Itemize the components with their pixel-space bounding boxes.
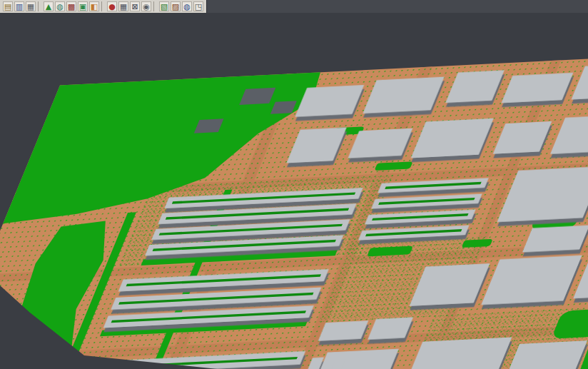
open-file-icon[interactable]: ▤ [3, 1, 13, 11]
mesh-icon[interactable]: ▩ [66, 1, 76, 11]
toolbar-separator [38, 1, 41, 11]
toolbar-separator [101, 1, 105, 11]
toolbar-separator [153, 1, 157, 11]
terrain [0, 50, 588, 369]
application-window: ▤▥▦▲◍▩▣◧●▦⊠◉▧▨◍◳ [0, 0, 588, 369]
classified-pointcloud-scene [0, 13, 588, 369]
point-cloud-icon[interactable]: ◍ [55, 1, 65, 11]
toolbar: ▤▥▦▲◍▩▣◧●▦⊠◉▧▨◍◳ [0, 0, 588, 13]
globe-icon[interactable]: ◍ [182, 1, 192, 11]
orthophoto-icon[interactable]: ◧ [89, 1, 99, 11]
texture-icon[interactable]: ▨ [171, 1, 181, 11]
3d-viewport[interactable] [0, 13, 588, 369]
classification-icon[interactable]: ▣ [78, 1, 88, 11]
toolbar-icon-strip: ▤▥▦▲◍▩▣◧●▦⊠◉▧▨◍◳ [0, 0, 207, 13]
help-icon[interactable]: ◳ [193, 1, 203, 11]
terrain-view-icon[interactable]: ▲ [44, 1, 54, 11]
grid-icon[interactable]: ▦ [118, 1, 128, 11]
settings-icon[interactable]: ◉ [141, 1, 151, 11]
save-icon[interactable]: ▥ [14, 1, 24, 11]
zoom-extents-icon[interactable]: ⊠ [130, 1, 140, 11]
layers-icon[interactable]: ▧ [159, 1, 169, 11]
export-icon[interactable]: ▦ [26, 1, 36, 11]
stop-icon[interactable]: ● [107, 1, 117, 11]
